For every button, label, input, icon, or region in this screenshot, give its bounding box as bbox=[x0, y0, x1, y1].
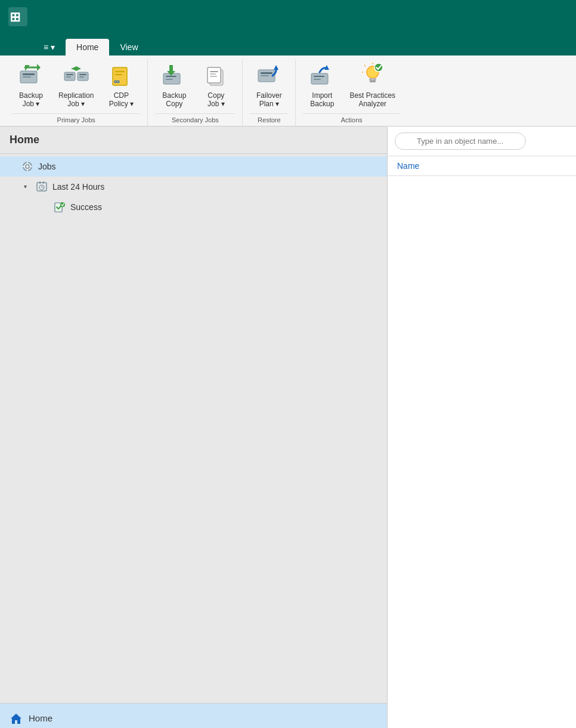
home-nav-item[interactable]: Home bbox=[0, 704, 387, 728]
svg-rect-32 bbox=[261, 75, 269, 76]
success-label: Success bbox=[70, 202, 102, 212]
svg-rect-9 bbox=[66, 74, 73, 75]
failover-plan-icon bbox=[255, 61, 283, 90]
copy-job-label: CopyJob ▾ bbox=[208, 91, 225, 109]
column-header-name: Name bbox=[388, 156, 576, 176]
left-panel: Home Jobs bbox=[0, 127, 388, 728]
secondary-jobs-items: BackupCopy CopyJob ▾ bbox=[155, 59, 235, 111]
svg-rect-12 bbox=[79, 74, 86, 75]
svg-rect-29 bbox=[210, 76, 217, 77]
last24-icon bbox=[36, 181, 48, 193]
ribbon-group-primary-jobs: BackupJob ▾ bbox=[5, 59, 148, 126]
best-practices-label: Best PracticesAnalyzer bbox=[349, 91, 395, 109]
backup-job-label: BackupJob ▾ bbox=[19, 91, 43, 109]
secondary-jobs-label: Secondary Jobs bbox=[155, 113, 235, 124]
import-backup-label: ImportBackup bbox=[310, 91, 334, 109]
svg-text:⊞: ⊞ bbox=[10, 10, 20, 24]
svg-rect-26 bbox=[208, 67, 221, 83]
svg-marker-7 bbox=[37, 64, 41, 71]
svg-rect-31 bbox=[261, 72, 272, 74]
svg-text:∞: ∞ bbox=[114, 76, 120, 86]
last24-expand: ▾ bbox=[24, 183, 31, 190]
primary-jobs-label: Primary Jobs bbox=[12, 113, 140, 124]
backup-copy-icon bbox=[160, 61, 188, 90]
failover-plan-label: FailoverPlan ▾ bbox=[256, 91, 282, 109]
svg-rect-3 bbox=[23, 73, 35, 75]
ribbon-tabs: ≡ ▾ Home View bbox=[0, 33, 576, 55]
svg-rect-19 bbox=[115, 74, 122, 75]
svg-rect-23 bbox=[166, 79, 173, 80]
best-practices-button[interactable]: Best PracticesAnalyzer bbox=[345, 59, 400, 111]
restore-label: Restore bbox=[250, 113, 288, 124]
ribbon-group-secondary-jobs: BackupCopy CopyJob ▾ bbox=[148, 59, 243, 126]
svg-point-62 bbox=[60, 202, 65, 207]
last24-label: Last 24 Hours bbox=[52, 182, 104, 192]
tree-item-last-24-hours[interactable]: ▾ Last 24 Hours bbox=[0, 177, 387, 197]
svg-rect-35 bbox=[314, 76, 324, 77]
restore-items: FailoverPlan ▾ bbox=[250, 59, 288, 111]
tree-item-jobs[interactable]: Jobs bbox=[0, 156, 387, 177]
ribbon-content: BackupJob ▾ bbox=[0, 55, 576, 126]
cdp-policy-button[interactable]: ∞ CDPPolicy ▾ bbox=[102, 59, 140, 111]
replication-job-icon bbox=[62, 61, 91, 90]
jobs-icon bbox=[21, 161, 33, 172]
svg-rect-10 bbox=[66, 76, 71, 78]
svg-rect-27 bbox=[210, 71, 218, 72]
best-practices-icon bbox=[358, 61, 387, 90]
success-icon bbox=[54, 201, 66, 213]
search-wrapper bbox=[395, 132, 569, 150]
panel-title: Home bbox=[0, 127, 387, 154]
jobs-label: Jobs bbox=[38, 162, 56, 171]
svg-rect-28 bbox=[210, 73, 216, 75]
actions-label: Actions bbox=[303, 113, 400, 124]
home-nav-icon bbox=[10, 712, 23, 725]
tab-home[interactable]: Home bbox=[66, 39, 109, 55]
svg-rect-40 bbox=[370, 81, 376, 82]
tree-item-success[interactable]: Success bbox=[0, 197, 387, 217]
replication-job-button[interactable]: ReplicationJob ▾ bbox=[54, 59, 98, 111]
cdp-policy-label: CDPPolicy ▾ bbox=[109, 91, 134, 109]
actions-items: ImportBackup bbox=[303, 59, 400, 111]
tab-view[interactable]: View bbox=[109, 39, 148, 55]
tab-menu[interactable]: ≡ ▾ bbox=[33, 39, 66, 55]
svg-marker-16 bbox=[76, 66, 81, 71]
svg-rect-4 bbox=[23, 76, 31, 78]
svg-rect-22 bbox=[166, 76, 176, 77]
title-bar: ⊞ bbox=[0, 0, 576, 33]
copy-job-button[interactable]: CopyJob ▾ bbox=[197, 59, 235, 111]
app-logo: ⊞ bbox=[6, 5, 30, 29]
backup-job-icon bbox=[17, 61, 45, 90]
copy-job-icon bbox=[202, 61, 230, 90]
bottom-nav: Home bbox=[0, 703, 387, 728]
svg-marker-63 bbox=[11, 714, 21, 724]
import-backup-icon bbox=[308, 61, 336, 90]
search-bar bbox=[388, 127, 576, 156]
svg-line-45 bbox=[364, 65, 366, 66]
right-panel: Name bbox=[388, 127, 576, 728]
backup-copy-label: BackupCopy bbox=[162, 91, 186, 109]
search-input[interactable] bbox=[395, 132, 526, 150]
ribbon-group-actions: ImportBackup bbox=[296, 59, 407, 126]
failover-plan-button[interactable]: FailoverPlan ▾ bbox=[250, 59, 288, 111]
backup-copy-button[interactable]: BackupCopy bbox=[155, 59, 193, 111]
import-backup-button[interactable]: ImportBackup bbox=[303, 59, 341, 111]
ribbon-group-restore: FailoverPlan ▾ Restore bbox=[243, 59, 296, 126]
backup-job-button[interactable]: BackupJob ▾ bbox=[12, 59, 50, 111]
main-layout: Home Jobs bbox=[0, 127, 576, 728]
svg-rect-39 bbox=[369, 78, 376, 81]
svg-rect-13 bbox=[79, 76, 84, 78]
home-nav-label: Home bbox=[29, 713, 52, 723]
primary-jobs-items: BackupJob ▾ bbox=[12, 59, 140, 111]
svg-line-57 bbox=[42, 187, 43, 188]
tree-area: Jobs ▾ Last 24 Hours bbox=[0, 154, 387, 703]
svg-rect-18 bbox=[115, 71, 125, 72]
svg-rect-59 bbox=[43, 181, 44, 184]
replication-job-label: ReplicationJob ▾ bbox=[58, 91, 94, 109]
svg-marker-33 bbox=[274, 65, 278, 70]
ribbon: ≡ ▾ Home View bbox=[0, 33, 576, 127]
svg-rect-36 bbox=[314, 79, 321, 80]
svg-point-49 bbox=[26, 165, 29, 168]
cdp-policy-icon: ∞ bbox=[107, 61, 135, 90]
svg-rect-58 bbox=[39, 181, 41, 184]
